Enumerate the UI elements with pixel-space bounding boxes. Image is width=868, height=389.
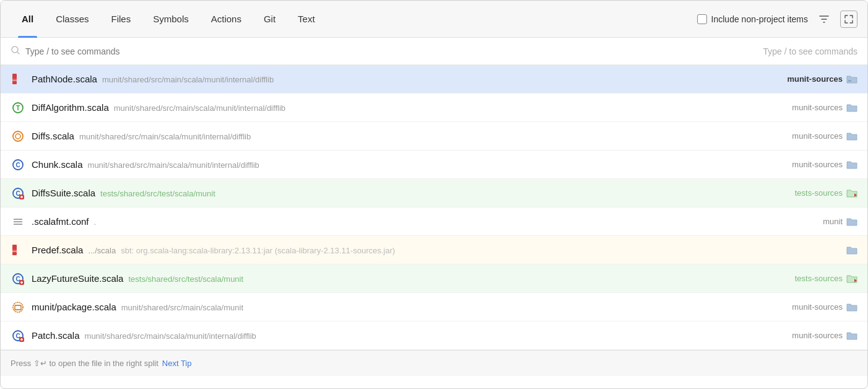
- search-icon: [11, 45, 20, 58]
- table-row[interactable]: C DiffsSuite.scala tests/shared/src/test…: [1, 179, 867, 208]
- scala-file-icon: [11, 72, 25, 87]
- test-class-icon-2: C: [11, 328, 25, 343]
- tab-classes[interactable]: Classes: [45, 1, 100, 38]
- folder-icon: [846, 74, 857, 85]
- folder-icon: [846, 159, 857, 170]
- row-right: [846, 245, 857, 256]
- file-name: Patch.scala: [32, 330, 80, 341]
- bottom-bar: Press ⇧↵ to open the file in the right s…: [1, 350, 867, 376]
- folder-icon: [846, 131, 857, 142]
- object-file-icon: [11, 129, 25, 144]
- row-content: .scalafmt.conf .: [32, 216, 815, 227]
- folder-icon: [846, 102, 857, 113]
- file-path: munit/shared/src/main/scala/munit/intern…: [114, 103, 285, 113]
- table-row[interactable]: T DiffAlgorithm.scala munit/shared/src/m…: [1, 94, 867, 122]
- module-name: tests-sources: [795, 188, 843, 198]
- svg-rect-3: [12, 81, 17, 84]
- tab-text[interactable]: Text: [287, 1, 326, 38]
- row-right: tests-sources: [795, 188, 857, 199]
- module-name: munit-sources: [792, 103, 843, 112]
- file-name: .scalafmt.conf: [32, 216, 89, 227]
- svg-rect-30: [15, 305, 21, 310]
- module-name: munit: [823, 217, 843, 226]
- file-name: PathNode.scala: [32, 74, 97, 84]
- file-path: munit/shared/src/main/scala/munit: [121, 303, 243, 312]
- file-path-sbt: sbt: org.scala-lang:scala-library:2.13.1…: [121, 246, 395, 255]
- folder-icon: [846, 188, 857, 199]
- expand-icon[interactable]: [840, 11, 857, 28]
- tip-text: Press ⇧↵ to open the file in the right s…: [11, 359, 158, 368]
- row-content: DiffsSuite.scala tests/shared/src/test/s…: [32, 188, 788, 198]
- svg-rect-4: [848, 80, 851, 82]
- file-path: munit/shared/src/main/scala/munit/intern…: [102, 75, 274, 84]
- folder-icon: [846, 216, 857, 227]
- config-file-icon: [11, 214, 25, 229]
- test-class-icon: C: [11, 186, 25, 201]
- test-class-icon: C: [11, 271, 25, 286]
- results-list: PathNode.scala munit/shared/src/main/sca…: [1, 65, 867, 350]
- table-row[interactable]: Diffs.scala munit/shared/src/main/scala/…: [1, 122, 867, 151]
- table-row[interactable]: Predef.scala .../scala sbt: org.scala-la…: [1, 236, 867, 264]
- row-content: LazyFutureSuite.scala tests/shared/src/t…: [32, 273, 788, 284]
- row-content: munit/package.scala munit/shared/src/mai…: [32, 302, 784, 312]
- next-tip-link[interactable]: Next Tip: [162, 359, 192, 368]
- module-name: munit-sources: [792, 302, 843, 312]
- module-name: munit-sources: [787, 74, 843, 84]
- file-path: .../scala: [88, 246, 116, 255]
- file-path: .: [94, 217, 97, 227]
- folder-icon: [846, 330, 857, 341]
- row-right: munit: [823, 216, 857, 227]
- tab-git[interactable]: Git: [253, 1, 287, 38]
- tab-actions[interactable]: Actions: [200, 1, 253, 38]
- file-path: tests/shared/src/test/scala/munit: [128, 274, 243, 284]
- row-right: munit-sources: [792, 159, 857, 170]
- row-content: Patch.scala munit/shared/src/main/scala/…: [32, 330, 784, 341]
- interface-file-icon: T: [11, 100, 25, 115]
- table-row[interactable]: C LazyFutureSuite.scala tests/shared/src…: [1, 264, 867, 293]
- table-row[interactable]: .scalafmt.conf . munit: [1, 208, 867, 236]
- row-right: munit-sources: [792, 102, 857, 113]
- table-row[interactable]: PathNode.scala munit/shared/src/main/sca…: [1, 65, 867, 94]
- folder-icon: [846, 273, 857, 284]
- module-name: munit-sources: [792, 160, 843, 169]
- search-hint: Type / to see commands: [763, 46, 857, 56]
- folder-icon: [846, 245, 857, 256]
- tab-all[interactable]: All: [11, 1, 45, 38]
- row-content: DiffAlgorithm.scala munit/shared/src/mai…: [32, 102, 784, 113]
- tab-options: Include non-project items: [697, 11, 857, 28]
- svg-point-8: [15, 134, 20, 139]
- module-name: tests-sources: [795, 274, 843, 283]
- file-path: munit/shared/src/main/scala/munit/intern…: [88, 160, 259, 170]
- file-path: munit/shared/src/main/scala/munit/intern…: [85, 331, 256, 341]
- tab-symbols[interactable]: Symbols: [142, 1, 200, 38]
- svg-rect-22: [12, 252, 17, 255]
- module-name: munit-sources: [792, 131, 843, 141]
- file-name: Diffs.scala: [32, 131, 74, 141]
- svg-text:T: T: [16, 105, 20, 111]
- search-bar: Type / to see commands: [1, 38, 867, 65]
- file-name: Predef.scala: [32, 245, 83, 255]
- module-name: munit-sources: [792, 331, 843, 340]
- file-name: munit/package.scala: [32, 302, 116, 312]
- row-right: munit-sources: [792, 302, 857, 313]
- row-content: Diffs.scala munit/shared/src/main/scala/…: [32, 131, 784, 141]
- scala-file-icon: [11, 243, 25, 258]
- filter-icon[interactable]: [815, 11, 833, 28]
- file-name: LazyFutureSuite.scala: [32, 273, 123, 284]
- tab-files[interactable]: Files: [100, 1, 142, 38]
- table-row[interactable]: munit/package.scala munit/shared/src/mai…: [1, 293, 867, 321]
- file-name: DiffAlgorithm.scala: [32, 102, 109, 113]
- svg-text:C: C: [15, 162, 20, 168]
- include-non-project-checkbox[interactable]: Include non-project items: [697, 14, 808, 24]
- class-file-icon: C: [11, 157, 25, 172]
- row-content: Predef.scala .../scala sbt: org.scala-la…: [32, 245, 839, 255]
- table-row[interactable]: C Patch.scala munit/shared/src/main/scal…: [1, 321, 867, 350]
- file-name: Chunk.scala: [32, 159, 83, 170]
- package-file-icon: [11, 300, 25, 315]
- table-row[interactable]: C Chunk.scala munit/shared/src/main/scal…: [1, 151, 867, 179]
- search-input[interactable]: [25, 46, 763, 56]
- folder-icon: [846, 302, 857, 313]
- row-right: tests-sources: [795, 273, 857, 284]
- row-right: munit-sources: [787, 74, 857, 85]
- tab-bar: All Classes Files Symbols Actions Git Te…: [1, 1, 867, 38]
